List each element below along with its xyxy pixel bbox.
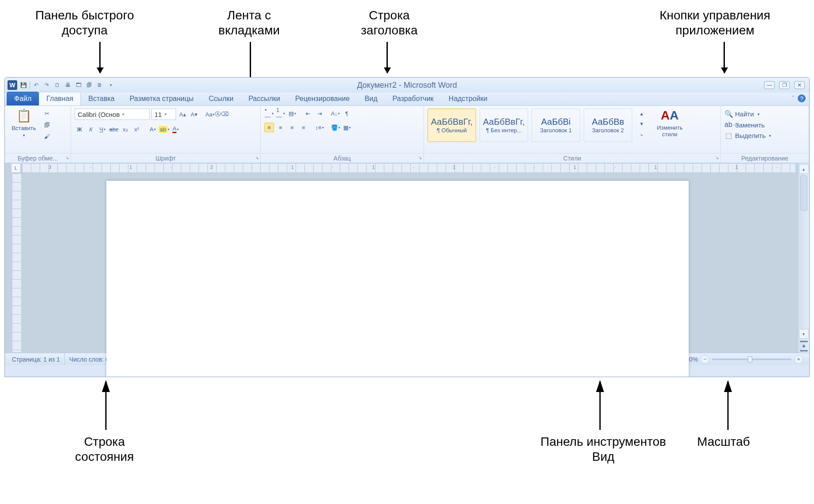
font-color-icon[interactable]: A: [171, 124, 180, 134]
align-left-icon[interactable]: ≡: [264, 123, 274, 132]
tab-selector[interactable]: L: [11, 163, 21, 173]
paste-button[interactable]: 📋 Вставить ▾: [8, 108, 39, 138]
numbering-icon[interactable]: 1—: [276, 108, 285, 118]
tab-addins[interactable]: Надстройки: [441, 92, 495, 105]
callout-qat: Панель быстрого доступа: [35, 8, 134, 37]
strike-icon[interactable]: abc: [109, 124, 119, 134]
align-justify-icon[interactable]: ≡: [299, 123, 308, 132]
group-editing-label: Редактирование: [741, 155, 788, 162]
tab-insert[interactable]: Вставка: [81, 92, 122, 105]
close-button[interactable]: ✕: [794, 81, 805, 89]
bold-icon[interactable]: Ж: [75, 124, 84, 134]
tab-references[interactable]: Ссылки: [201, 92, 241, 105]
scroll-down-icon[interactable]: ▾: [799, 329, 809, 339]
qat-icon-1[interactable]: 🗋: [53, 81, 62, 90]
ribbon-collapse-icon[interactable]: ˆ: [792, 95, 794, 101]
tab-layout[interactable]: Разметка страницы: [122, 92, 201, 105]
outdent-icon[interactable]: ⇤: [303, 108, 313, 118]
select-browse-object-icon[interactable]: [803, 345, 805, 347]
replace-button[interactable]: ab→Заменить: [724, 119, 771, 130]
redo-icon[interactable]: ↷: [42, 81, 51, 90]
grow-font-icon[interactable]: A▴: [178, 109, 188, 119]
group-clipboard: 📋 Вставить ▾ ✂ 🗐 🖌 Буфер обме...↘: [5, 106, 71, 163]
qat-customize-icon[interactable]: [106, 81, 115, 90]
quick-access-toolbar: W 💾 ↶ ↷ 🗋 🖶 🗔 🗐 🗎: [5, 80, 115, 90]
word-app-icon[interactable]: W: [8, 80, 17, 90]
horizontal-ruler[interactable]: 3 · 1 · 2 · 1 · 1 · 1 · · 1 · 1 · 1 · 2 …: [22, 163, 796, 173]
document-page[interactable]: [106, 181, 689, 377]
scroll-up-icon[interactable]: ▴: [799, 164, 809, 174]
ribbon: 📋 Вставить ▾ ✂ 🗐 🖌 Буфер обме...↘ Calibr…: [5, 106, 809, 163]
status-page[interactable]: Страница: 1 из 1: [8, 353, 65, 365]
tab-home[interactable]: Главная: [39, 92, 81, 105]
qat-icon-5[interactable]: 🗎: [95, 81, 104, 90]
zoom-out-icon[interactable]: −: [701, 355, 709, 364]
cut-icon[interactable]: ✂: [42, 108, 52, 118]
subscript-icon[interactable]: x₂: [120, 124, 130, 134]
highlight-icon[interactable]: ab: [159, 124, 169, 134]
superscript-icon[interactable]: x²: [132, 124, 142, 134]
undo-icon[interactable]: ↶: [32, 81, 41, 90]
ribbon-tabstrip: Файл Главная Вставка Разметка страницы С…: [5, 93, 809, 106]
format-painter-icon[interactable]: 🖌: [42, 131, 52, 141]
underline-icon[interactable]: Ч: [98, 124, 107, 134]
font-launcher-icon[interactable]: ↘: [255, 155, 259, 160]
font-size-combo[interactable]: 11▾: [151, 108, 176, 120]
zoom-slider[interactable]: [712, 358, 791, 360]
show-marks-icon[interactable]: ¶: [342, 108, 352, 118]
style-nospacing[interactable]: АаБбВвГг, ¶ Без интер...: [480, 108, 528, 142]
qat-icon-3[interactable]: 🗔: [74, 81, 83, 90]
text-effects-icon[interactable]: A: [148, 124, 158, 134]
zoom-slider-thumb[interactable]: [748, 356, 752, 362]
multilevel-icon[interactable]: ▤: [287, 108, 297, 118]
styles-launcher-icon[interactable]: ↘: [715, 155, 719, 160]
tab-file[interactable]: Файл: [7, 92, 39, 105]
qat-icon-2[interactable]: 🖶: [64, 81, 72, 90]
browse-prev-icon[interactable]: [800, 341, 808, 342]
line-spacing-icon[interactable]: ↕≡: [315, 123, 324, 132]
clipboard-launcher-icon[interactable]: ↘: [65, 155, 69, 160]
bullets-icon[interactable]: •—: [264, 108, 274, 118]
find-button[interactable]: 🔍Найти▾: [724, 108, 771, 119]
vertical-scrollbar[interactable]: ▴ ▾: [798, 163, 809, 353]
font-family-combo[interactable]: Calibri (Основ▾: [75, 108, 150, 120]
change-case-icon[interactable]: Aa: [205, 109, 215, 119]
select-icon: ⬚: [724, 131, 732, 140]
clear-format-icon[interactable]: Ⓐ⌫: [217, 109, 226, 119]
styles-row-up-icon[interactable]: ▴: [637, 108, 646, 118]
tab-view[interactable]: Вид: [357, 92, 385, 105]
style-heading1[interactable]: АаБбВі Заголовок 1: [532, 108, 580, 142]
shading-icon[interactable]: 🪣: [330, 123, 340, 132]
align-center-icon[interactable]: ≡: [276, 123, 285, 132]
paragraph-launcher-icon[interactable]: ↘: [418, 155, 422, 160]
tab-review[interactable]: Рецензирование: [288, 92, 357, 105]
callout-win-controls: Кнопки управления приложением: [660, 8, 770, 37]
vertical-ruler[interactable]: [12, 173, 22, 353]
styles-more-icon[interactable]: ⌄: [637, 129, 646, 138]
borders-icon[interactable]: ▦: [342, 123, 352, 132]
save-icon[interactable]: 💾: [19, 81, 28, 90]
shrink-font-icon[interactable]: A▾: [189, 109, 199, 119]
style-normal[interactable]: АаБбВвГг, ¶ Обычный: [428, 108, 476, 142]
arrow-qat: [99, 42, 101, 73]
tab-mailings[interactable]: Рассылки: [241, 92, 288, 105]
tab-developer[interactable]: Разработчик: [385, 92, 441, 105]
italic-icon[interactable]: К: [86, 124, 96, 134]
select-button[interactable]: ⬚Выделить▾: [724, 130, 771, 141]
align-right-icon[interactable]: ≡: [287, 123, 297, 132]
help-icon[interactable]: ?: [798, 94, 806, 102]
restore-button[interactable]: ❐: [779, 81, 790, 89]
styles-row-down-icon[interactable]: ▾: [637, 119, 646, 128]
indent-icon[interactable]: ⇥: [315, 108, 324, 118]
browse-next-icon[interactable]: [800, 350, 808, 351]
scroll-thumb[interactable]: [800, 175, 807, 211]
sort-icon[interactable]: A↓: [330, 108, 340, 118]
change-styles-label: Изменить стили: [657, 124, 683, 138]
change-styles-button[interactable]: AA Изменить стили: [650, 108, 690, 138]
copy-icon[interactable]: 🗐: [42, 120, 52, 130]
minimize-button[interactable]: —: [764, 81, 775, 89]
zoom-in-icon[interactable]: +: [794, 355, 803, 364]
style-heading2[interactable]: АаБбВв Заголовок 2: [584, 108, 632, 142]
qat-icon-4[interactable]: 🗐: [85, 81, 94, 90]
callout-status: Строка состояния: [75, 434, 134, 464]
